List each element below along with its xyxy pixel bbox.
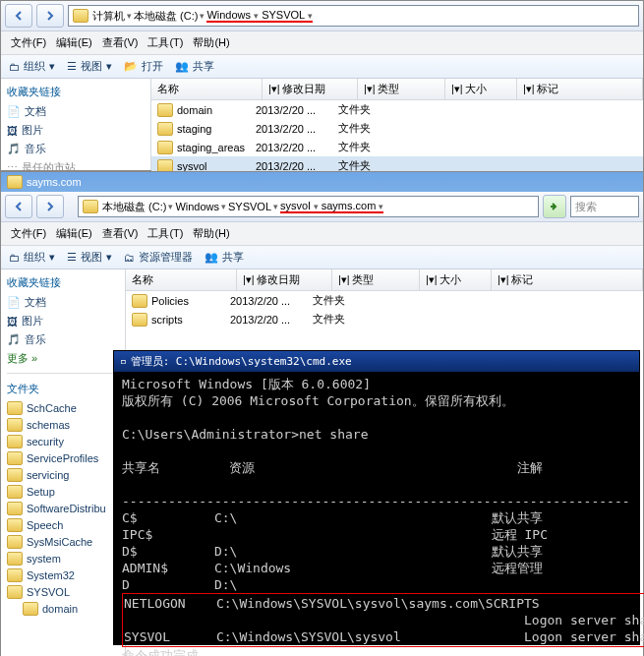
forward-button[interactable] xyxy=(36,195,64,218)
menu-file[interactable]: 文件(F) xyxy=(7,33,50,52)
folder-icon xyxy=(83,200,98,213)
tree-item[interactable]: system xyxy=(7,551,119,567)
tree-item[interactable]: SysMsiCache xyxy=(7,534,119,550)
bc-sysvol[interactable]: SYSVOL xyxy=(262,9,305,21)
menu-help[interactable]: 帮助(H) xyxy=(189,224,233,243)
tree-item[interactable]: ServiceProfiles xyxy=(7,450,119,466)
bc-computer[interactable]: 计算机 xyxy=(92,9,125,24)
cmd-title: 管理员: C:\Windows\system32\cmd.exe xyxy=(131,353,352,370)
table-row[interactable]: staging2013/2/20 ...文件夹 xyxy=(151,119,643,138)
address-bar[interactable]: 本地磁盘 (C:)▾ Windows▾ SYSVOL▾ sysvol ▾ say… xyxy=(78,196,539,217)
favorites-header: 收藏夹链接 xyxy=(7,85,145,99)
sidebar-pics[interactable]: 🖼 图片 xyxy=(7,313,119,329)
file-type: 文件夹 xyxy=(338,140,413,154)
organize-button[interactable]: 🗀 组织 ▾ xyxy=(9,59,55,74)
col-size[interactable]: |▾|大小 xyxy=(420,269,492,290)
tree-item[interactable]: SoftwareDistribu xyxy=(7,501,119,516)
cmd-window: ▫管理员: C:\Windows\system32\cmd.exe Micros… xyxy=(113,350,640,645)
file-date: 2013/2/20 ... xyxy=(256,104,338,116)
tree-item[interactable]: domain xyxy=(7,601,119,617)
sidebar-docs[interactable]: 📄 文档 xyxy=(7,294,119,311)
split-pane: 收藏夹链接 📄 文档 🖼 图片 🎵 音乐 ⋯ 是任的市站 名称 |▾|修改日期 … xyxy=(1,79,643,170)
folder-icon xyxy=(7,418,23,432)
window-title: sayms.com xyxy=(27,176,82,188)
file-date: 2013/2/20 ... xyxy=(230,295,313,307)
col-date[interactable]: |▾|修改日期 xyxy=(237,269,332,290)
file-name: scripts xyxy=(151,314,183,326)
col-tags[interactable]: |▾|标记 xyxy=(517,79,643,99)
bc-windows[interactable]: Windows xyxy=(206,9,251,21)
cmd-title-bar: ▫管理员: C:\Windows\system32\cmd.exe xyxy=(114,351,639,372)
column-headers: 名称 |▾|修改日期 |▾|类型 |▾|大小 |▾|标记 xyxy=(126,269,643,291)
col-name[interactable]: 名称 xyxy=(126,269,237,290)
file-list: 名称 |▾|修改日期 |▾|类型 |▾|大小 |▾|标记 domain2013/… xyxy=(151,79,643,170)
favorites-header: 收藏夹链接 xyxy=(7,275,119,290)
bc-sysvol[interactable]: SYSVOL xyxy=(228,201,271,212)
menu-view[interactable]: 查看(V) xyxy=(98,224,143,243)
bc-sysvol2[interactable]: sysvol xyxy=(280,200,311,211)
tree-item[interactable]: System32 xyxy=(7,567,119,583)
col-date[interactable]: |▾|修改日期 xyxy=(263,79,358,99)
folder-icon xyxy=(23,602,38,616)
back-button[interactable] xyxy=(5,195,32,218)
folder-icon xyxy=(7,485,23,499)
menu-tools[interactable]: 工具(T) xyxy=(144,224,187,243)
go-button[interactable] xyxy=(543,195,566,218)
cmd-icon: ▫ xyxy=(120,353,127,370)
cmd-output: Microsoft Windows [版本 6.0.6002] 版权所有 (C)… xyxy=(122,376,631,656)
sidebar-more[interactable]: 更多 » xyxy=(7,350,119,367)
views-button[interactable]: ☰ 视图 ▾ xyxy=(67,250,112,265)
search-box[interactable]: 搜索 xyxy=(570,196,639,217)
sidebar-music[interactable]: 🎵 音乐 xyxy=(7,141,145,157)
menu-file[interactable]: 文件(F) xyxy=(7,224,50,243)
bc-domain[interactable]: sayms.com xyxy=(322,200,377,211)
sidebar-docs[interactable]: 📄 文档 xyxy=(7,103,145,120)
folder-icon xyxy=(7,401,23,415)
column-headers: 名称 |▾|修改日期 |▾|类型 |▾|大小 |▾|标记 xyxy=(151,79,643,100)
menu-edit[interactable]: 编辑(E) xyxy=(52,33,96,52)
explorer-button[interactable]: 🗂 资源管理器 xyxy=(124,250,193,265)
tree-item[interactable]: SchCache xyxy=(7,400,119,416)
table-row[interactable]: scripts2013/2/20 ...文件夹 xyxy=(126,310,643,328)
tree-item[interactable]: SYSVOL xyxy=(7,584,119,600)
back-button[interactable] xyxy=(5,4,32,28)
tree-item[interactable]: Speech xyxy=(7,517,119,533)
sidebar-pics[interactable]: 🖼 图片 xyxy=(7,122,145,139)
table-row[interactable]: domain2013/2/20 ...文件夹 xyxy=(151,100,643,119)
views-button[interactable]: ☰ 视图 ▾ xyxy=(67,59,112,74)
bc-windows[interactable]: Windows xyxy=(175,201,219,212)
folder-tree: SchCacheschemassecurityServiceProfilesse… xyxy=(7,400,119,617)
table-row[interactable]: Policies2013/2/20 ...文件夹 xyxy=(126,291,643,310)
menu-help[interactable]: 帮助(H) xyxy=(189,33,233,52)
tree-item[interactable]: security xyxy=(7,434,119,449)
menu-bar: 文件(F) 编辑(E) 查看(V) 工具(T) 帮助(H) xyxy=(1,222,643,246)
folder-icon xyxy=(7,568,23,582)
col-type[interactable]: |▾|类型 xyxy=(332,269,420,290)
tree-item[interactable]: servicing xyxy=(7,467,119,483)
table-row[interactable]: staging_areas2013/2/20 ...文件夹 xyxy=(151,138,643,156)
forward-button[interactable] xyxy=(36,4,64,28)
open-button[interactable]: 📂 打开 xyxy=(124,59,163,74)
sidebar-music[interactable]: 🎵 音乐 xyxy=(7,331,119,348)
tree-item[interactable]: schemas xyxy=(7,417,119,433)
tree-item[interactable]: Setup xyxy=(7,484,119,500)
address-bar[interactable]: 计算机▾ 本地磁盘 (C:)▾ Windows ▾ SYSVOL ▾ xyxy=(68,5,639,27)
organize-button[interactable]: 🗀 组织 ▾ xyxy=(9,250,55,265)
col-size[interactable]: |▾|大小 xyxy=(445,79,517,99)
col-tags[interactable]: |▾|标记 xyxy=(492,269,643,290)
folder-icon xyxy=(7,552,23,566)
folder-icon xyxy=(157,103,173,117)
bc-drive[interactable]: 本地磁盘 (C:) xyxy=(134,9,198,24)
col-type[interactable]: |▾|类型 xyxy=(358,79,445,99)
bc-drive[interactable]: 本地磁盘 (C:) xyxy=(102,200,166,214)
share-button[interactable]: 👥 共享 xyxy=(175,59,214,74)
col-name[interactable]: 名称 xyxy=(151,79,263,99)
breadcrumb[interactable]: 本地磁盘 (C:)▾ Windows▾ SYSVOL▾ sysvol ▾ say… xyxy=(102,200,383,214)
menu-view[interactable]: 查看(V) xyxy=(98,33,143,52)
folder-icon xyxy=(132,294,147,308)
nav-bar: 计算机▾ 本地磁盘 (C:)▾ Windows ▾ SYSVOL ▾ xyxy=(1,1,643,31)
menu-edit[interactable]: 编辑(E) xyxy=(52,224,96,243)
menu-tools[interactable]: 工具(T) xyxy=(144,33,187,52)
breadcrumb[interactable]: 计算机▾ 本地磁盘 (C:)▾ Windows ▾ SYSVOL ▾ xyxy=(92,9,313,24)
share-button[interactable]: 👥 共享 xyxy=(205,250,244,265)
